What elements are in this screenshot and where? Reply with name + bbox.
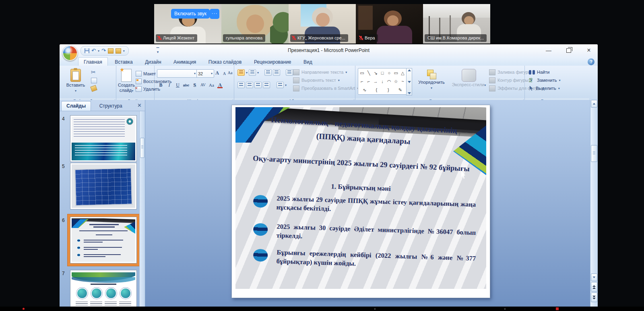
unmute-button[interactable]: Включить звук [171,9,210,19]
character-spacing-button[interactable]: AV [199,81,207,89]
print-preview-icon[interactable] [108,48,114,54]
main-scrollbar[interactable] [590,100,598,307]
screen: Включить звук ··· Лицей Жезкент гульнара… [0,0,644,311]
shapes-gallery-scroll[interactable] [406,68,412,95]
paste-clipboard-icon [70,69,81,82]
group-drawing: ▭╲↘□○▭ △⌐⌐→↓◠ ☆~∿{}✎ Упорядочить▾ Экспре… [355,66,525,104]
thumbnail-slide-7[interactable]: 7 [70,270,137,307]
participant-name-label: Лицей Жезкент [156,34,197,42]
more-options-button[interactable]: ··· [210,9,219,19]
replace-button[interactable]: abacЗаменить▾ [529,76,560,84]
scrollbar-thumb[interactable] [591,145,597,162]
panel-tab-outline[interactable]: Структура [95,102,127,111]
columns-button[interactable] [277,82,284,88]
video-tile-1[interactable]: Включить звук ··· Лицей Жезкент [154,4,221,44]
panel-close-icon[interactable]: ✕ [137,102,142,108]
qat-dropdown-caret[interactable]: ▾ [123,49,125,53]
office-button[interactable] [62,46,78,61]
shape-effects-icon [489,85,495,91]
tab-dizayn[interactable]: Дизайн [140,58,166,66]
text-direction-button[interactable]: Направление текста▾ [293,68,359,76]
underline-button[interactable]: U [174,81,182,89]
tab-vid[interactable]: Вид [298,58,318,66]
find-button[interactable]: Найти [529,68,560,76]
slide-editing-pane: Психологиялық - педагогикалық қолдау қыз… [145,100,590,307]
panel-scrollbar[interactable] [139,111,145,307]
paste-button[interactable]: Вставить▾ [65,69,86,93]
scroll-down-button[interactable] [591,274,597,281]
arrange-button[interactable]: Упорядочить▾ [414,70,449,91]
participant-name-label: КГУ„ Жерновская сре... [290,34,348,42]
cut-icon[interactable]: ✂ [91,69,97,75]
current-slide[interactable]: Психологиялық - педагогикалық қолдау қыз… [231,105,490,298]
grow-font-button[interactable]: A [213,69,221,77]
minimize-button[interactable]: — [542,46,555,54]
title-bar[interactable]: Презентация1 - Microsoft PowerPoint [60,44,598,57]
quick-styles-button[interactable]: Экспресс-стили▾ [450,69,487,88]
bullet-text: Бұрынғы ережелердің кейбірі (2022 жылғы … [276,248,476,272]
participant-name-label: СШ им.В.Комарова дирек... [425,34,487,42]
thumbnail-slide-5[interactable]: 5 [70,163,137,209]
slide-number: 6 [62,218,65,223]
panel-tab-slides[interactable]: Слайды [61,101,91,111]
text-shadow-button[interactable]: S [191,81,198,89]
increase-indent-button[interactable] [273,69,280,76]
panel-tabs: Слайды Структура ✕ [60,100,145,111]
help-icon[interactable]: ? [588,58,594,65]
select-button[interactable]: Выделить▾ [529,84,560,92]
bold-button[interactable]: B [157,81,165,89]
tab-pokaz-slaydov[interactable]: Показ слайдов [203,58,247,66]
tab-glavnaya[interactable]: Главная [78,57,108,66]
bullets-button[interactable] [237,69,245,76]
justify-button[interactable] [263,82,270,88]
line-spacing-button[interactable] [286,69,293,76]
restore-button[interactable] [562,46,576,54]
align-text-button[interactable]: Выровнять текст▾ [293,76,359,84]
open-recent-icon[interactable] [116,48,121,54]
next-slide-button[interactable] [591,292,597,302]
close-button[interactable]: × [582,46,596,54]
video-tile-2-active-speaker[interactable]: гульнара апенова [221,4,289,44]
save-icon[interactable] [85,48,89,53]
previous-slide-button[interactable] [591,282,597,292]
decrease-indent-button[interactable] [264,69,272,76]
strikethrough-button[interactable]: abc [182,81,190,89]
clear-formatting-button[interactable]: Aa [226,69,234,77]
align-center-button[interactable] [246,82,253,88]
panel-scrollbar-thumb[interactable] [140,138,144,158]
customize-qat-button[interactable]: ▔▾ [155,48,160,53]
thumbnail-slide-6-selected[interactable]: 6 [70,217,137,263]
numbering-button[interactable] [249,69,256,76]
group-clipboard: Вставить▾ ✂ Буфер обмена [60,66,116,104]
reset-icon [136,79,142,84]
align-left-button[interactable] [237,82,245,88]
font-size-combo[interactable]: 32▾ [196,69,214,78]
video-tile-4[interactable]: Вера [356,4,423,44]
change-case-button[interactable]: Aa [208,81,215,89]
align-right-button[interactable] [254,82,262,88]
group-editing: Найти abacЗаменить▾ Выделить▾ Редактиров… [525,66,589,104]
video-tile-3[interactable]: КГУ„ Жерновская сре... [289,4,356,44]
shape-outline-icon [489,77,495,83]
convert-smartart-button[interactable]: Преобразовать в SmartArt▾ [293,84,359,92]
new-slide-button[interactable]: Создать слайд▾ [117,69,136,93]
thumbnail-slide-4[interactable]: 4 [70,115,137,162]
shapes-gallery[interactable]: ▭╲↘□○▭ △⌐⌐→↓◠ ☆~∿{}✎ [358,68,407,95]
scroll-up-button[interactable] [591,100,597,108]
tab-vstavka[interactable]: Вставка [109,58,138,66]
font-name-combo[interactable]: ▾ [157,69,197,78]
powerpoint-window: Презентация1 - Microsoft PowerPoint ↶▾ ↷… [60,44,598,307]
italic-button[interactable]: I [165,81,173,89]
format-painter-icon[interactable] [90,85,97,92]
undo-dropdown-caret[interactable]: ▾ [98,49,99,53]
undo-icon[interactable]: ↶ [91,47,96,55]
select-arrow-icon [529,86,534,91]
copy-icon[interactable] [91,78,97,83]
smartart-icon [293,85,299,91]
slide-bullet-row: 2025 жылғы 29 сәуірде ППҚҚ жұмыс істеу қ… [246,193,476,218]
video-tile-5[interactable]: СШ им.В.Комарова дирек... [423,4,490,44]
tab-animatsiya[interactable]: Анимация [168,58,201,66]
redo-icon[interactable]: ↷ [101,47,106,55]
font-color-button[interactable]: A [216,81,224,89]
tab-retsenzirovanie[interactable]: Рецензирование [249,58,297,66]
